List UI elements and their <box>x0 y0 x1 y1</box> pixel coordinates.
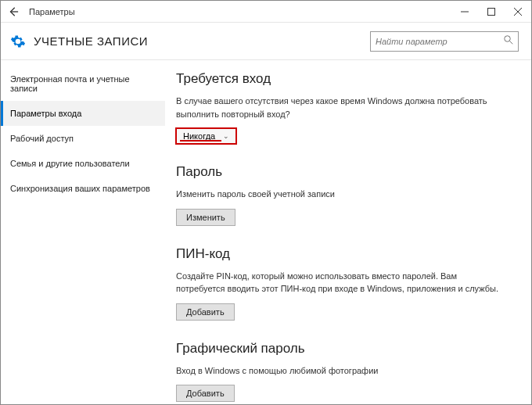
window-controls <box>451 1 531 23</box>
arrow-left-icon <box>8 6 19 17</box>
close-icon <box>514 8 522 16</box>
sidebar-item-signin-options[interactable]: Параметры входа <box>1 101 165 126</box>
section-picture-password: Графический пароль Вход в Windows с помо… <box>176 341 512 403</box>
sidebar-item-family[interactable]: Семья и другие пользователи <box>1 151 165 176</box>
close-button[interactable] <box>505 1 531 23</box>
header: УЧЕТНЫЕ ЗАПИСИ <box>1 23 531 60</box>
search-input[interactable] <box>376 37 504 46</box>
svg-line-5 <box>510 41 513 45</box>
page-title: УЧЕТНЫЕ ЗАПИСИ <box>34 34 148 48</box>
sidebar: Электронная почта и учетные записи Парам… <box>1 60 165 404</box>
maximize-icon <box>487 8 495 16</box>
section-desc: Создайте PIN-код, который можно использо… <box>176 270 505 296</box>
titlebar: Параметры <box>1 1 531 23</box>
svg-rect-1 <box>488 8 495 15</box>
svg-point-4 <box>505 36 511 42</box>
content: Требуется вход В случае вашего отсутстви… <box>165 60 531 404</box>
add-pin-button[interactable]: Добавить <box>176 303 235 321</box>
section-require-signin: Требуется вход В случае вашего отсутстви… <box>176 71 512 144</box>
require-signin-dropdown[interactable]: Никогда ⌄ <box>176 128 236 144</box>
change-password-button[interactable]: Изменить <box>176 209 235 226</box>
maximize-button[interactable] <box>478 1 505 23</box>
back-button[interactable] <box>1 1 26 23</box>
chevron-down-icon: ⌄ <box>223 132 229 140</box>
sidebar-item-work-access[interactable]: Рабочий доступ <box>1 126 165 151</box>
section-title: Пароль <box>176 164 512 180</box>
sidebar-item-sync[interactable]: Синхронизация ваших параметров <box>1 176 165 201</box>
section-password: Пароль Изменить пароль своей учетной зап… <box>176 164 512 226</box>
add-picture-password-button[interactable]: Добавить <box>176 385 235 402</box>
search-box[interactable] <box>370 31 519 52</box>
window-title: Параметры <box>29 7 75 16</box>
gear-icon <box>10 34 26 49</box>
section-desc: Изменить пароль своей учетной записи <box>176 188 505 201</box>
section-desc: В случае вашего отсутствия через какое в… <box>176 95 505 120</box>
minimize-button[interactable] <box>451 1 478 23</box>
section-title: ПИН-код <box>176 246 512 262</box>
dropdown-value: Никогда <box>183 131 215 141</box>
search-icon <box>504 35 513 47</box>
section-pin: ПИН-код Создайте PIN-код, который можно … <box>176 246 512 321</box>
minimize-icon <box>461 8 469 16</box>
sidebar-item-email[interactable]: Электронная почта и учетные записи <box>1 66 165 101</box>
section-title: Требуется вход <box>176 71 512 87</box>
body: Электронная почта и учетные записи Парам… <box>1 60 531 404</box>
section-desc: Вход в Windows с помощью любимой фотогра… <box>176 364 505 378</box>
section-title: Графический пароль <box>176 341 512 357</box>
